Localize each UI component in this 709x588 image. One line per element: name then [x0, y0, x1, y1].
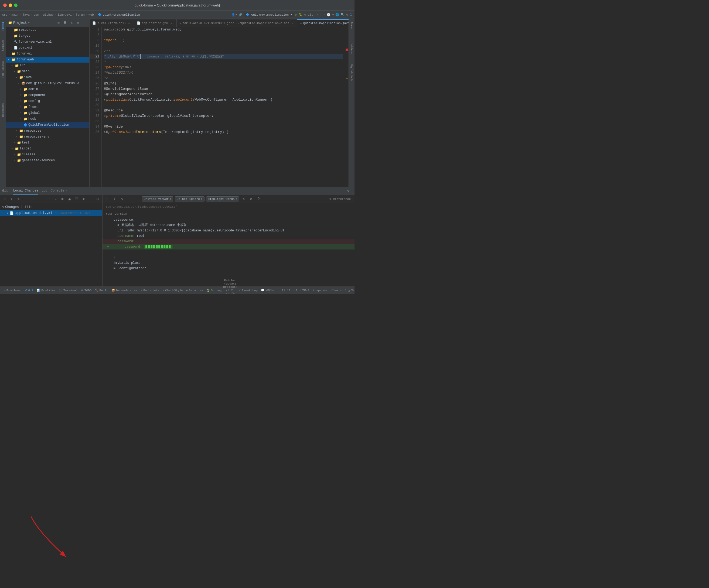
diff-up-icon[interactable]: ↑ [104, 196, 110, 202]
tree-item-forum-web[interactable]: ∨ 📁 forum-web [6, 57, 89, 62]
git-btn5[interactable]: □ [53, 196, 58, 202]
tree-item-resources-env[interactable]: › 📁 resources-env [6, 134, 89, 140]
breadcrumb-com[interactable]: com [33, 13, 39, 17]
code-editor[interactable]: 1 2 3 19 20 21 22 23 24 25 26 27 28 29 3… [89, 27, 348, 187]
diff-edit-icon[interactable]: ✎ [119, 196, 125, 202]
status-problems[interactable]: ⚠ Problems [2, 287, 22, 294]
tree-item-global[interactable]: › 📁 global [6, 110, 89, 116]
tree-item-hook[interactable]: › 📁 hook [6, 116, 89, 122]
git-push-icon[interactable]: ↑ [323, 13, 325, 17]
undo-icon[interactable]: ↩ [332, 13, 334, 17]
status-spaces[interactable]: 4 spaces [311, 287, 329, 294]
status-event-log[interactable]: ✓ Event Log [237, 287, 259, 294]
git-nav-back[interactable]: ← [23, 196, 29, 202]
tree-item-config[interactable]: › 📁 config [6, 98, 89, 104]
git-commit-icon[interactable]: ✎ [16, 196, 22, 202]
run-config-dropdown[interactable]: 🔷 QuickForumApplication ▾ [244, 13, 294, 17]
close-button[interactable] [3, 3, 7, 7]
breadcrumb-search-icon[interactable]: 🔗 [239, 13, 242, 17]
breadcrumb-web[interactable]: web [88, 13, 94, 17]
breadcrumb-user-icon[interactable]: 👤▾ [232, 13, 237, 17]
status-build[interactable]: 🔨 Build [93, 287, 110, 294]
settings-icon[interactable]: ⚙ [346, 13, 348, 17]
tree-item-target2[interactable]: ∨ 📁 target [6, 146, 89, 152]
status-terminal[interactable]: ⬛ Terminal [57, 287, 79, 294]
tab-console[interactable]: Console ✕ [51, 187, 67, 195]
diff-down-icon[interactable]: ↓ [112, 196, 117, 202]
toolbar-run-more[interactable]: ⚙ [304, 13, 306, 17]
project-panel-tab[interactable]: Project [1, 20, 5, 33]
debug-button[interactable]: 🐛 [299, 13, 303, 17]
maven-panel-tab[interactable]: Maven [349, 20, 354, 32]
tab-log[interactable]: Log [42, 187, 48, 195]
tree-item-java[interactable]: ∨ 📁 java [6, 75, 89, 80]
status-profiler[interactable]: 📊 Profiler [35, 287, 57, 294]
tab-close-yml[interactable]: ✕ [170, 21, 174, 25]
tree-collapse-icon[interactable]: ☰ [62, 20, 68, 26]
tree-item-component[interactable]: › 📁 component [6, 92, 89, 98]
bookmarks-panel-tab[interactable]: Bookmarks [1, 101, 5, 119]
bottom-settings-icon[interactable]: ⚙ [347, 189, 349, 193]
diff-help-icon[interactable]: ? [256, 196, 262, 202]
diff-settings-icon[interactable]: ⇅ [241, 196, 246, 202]
status-xchat[interactable]: 💬 XEChat [259, 287, 278, 294]
tree-item-pom-xml[interactable]: › 📄 pom.xml [6, 45, 89, 51]
git-btn10[interactable]: — [88, 196, 94, 202]
breadcrumb-liuyueyi[interactable]: liuyueyi [57, 13, 72, 17]
tree-item-resources2[interactable]: › 📁 resources [6, 128, 89, 134]
unified-viewer-dropdown[interactable]: Unified viewer ▾ [142, 196, 173, 202]
breadcrumb-main[interactable]: main [11, 13, 18, 17]
run-button[interactable]: ▶ [295, 13, 297, 17]
tree-settings-icon[interactable]: ⚙ [75, 20, 81, 26]
git-check-icon[interactable]: ✓ [316, 13, 318, 17]
git-update-icon[interactable]: ↓ [9, 196, 15, 202]
breadcrumb-class[interactable]: QuickForumApplication [103, 13, 140, 17]
tab-class-file[interactable]: ☕ forum-web-0.0.1-SNAPSHOT.jar/.../Quick… [177, 19, 297, 27]
maximize-button[interactable] [14, 3, 18, 7]
diff-gear-icon[interactable]: ⚙ [248, 196, 254, 202]
tree-item-forum-service-iml[interactable]: › 🔧 forum-service.iml [6, 39, 89, 45]
git-undo-btn[interactable]: ↩ [46, 196, 52, 202]
tree-item-admin[interactable]: › 📁 admin [6, 86, 89, 92]
do-not-ignore-dropdown[interactable]: Do not ignore ▾ [175, 196, 204, 202]
status-git[interactable]: ⎇ Git [22, 287, 35, 294]
tab-n-xml[interactable]: 📄 n.xml (form-api) ✕ [89, 19, 134, 27]
history-icon[interactable]: 🕐 [327, 13, 331, 17]
breadcrumb-src[interactable]: src [2, 13, 7, 17]
bottom-minimize-icon[interactable]: — [350, 189, 352, 193]
tree-item-src[interactable]: ∨ 📁 src [6, 62, 89, 69]
big-data-tools-panel-tab[interactable]: Big Data Tools [349, 62, 354, 83]
git-btn11[interactable]: □ [95, 196, 101, 202]
database-panel-tab[interactable]: Database [349, 41, 354, 56]
git-btn8[interactable]: ☰ [74, 196, 80, 202]
tree-expand-icon[interactable]: ⊞ [56, 20, 61, 26]
tree-item-classes[interactable]: › 📁 classes [6, 152, 89, 158]
tree-item-test[interactable]: › 📁 test [6, 140, 89, 146]
git-nav-forward[interactable]: → [30, 196, 35, 202]
git-btn6[interactable]: ⊞ [60, 196, 65, 202]
pull-requests-panel-tab[interactable]: Pull Requests [1, 59, 5, 80]
diff-content[interactable]: 5bd7143683ba37bc77f18dcae08e78473906a62f… [103, 203, 354, 287]
tree-item-forum-ui[interactable]: › 📁 forum-ui [6, 51, 89, 57]
tab-local-changes[interactable]: Local Changes [13, 187, 38, 195]
status-branch[interactable]: ⎇ main [329, 287, 343, 294]
breadcrumb-java[interactable]: java [22, 13, 29, 17]
tree-sort-icon[interactable]: ⇅ [69, 20, 74, 26]
git-section-header-changes[interactable]: ∨ Changes 1 file [0, 204, 102, 210]
status-encoding[interactable]: UTF-8 [299, 287, 311, 294]
git-refresh-icon[interactable]: ↺ [2, 196, 7, 202]
tree-item-quick-forum-application[interactable]: › 🔷 QuickForumApplication [6, 122, 89, 128]
tree-header-dropdown[interactable]: ▾ [28, 21, 30, 25]
tree-close-icon[interactable]: — [82, 20, 87, 26]
structure-panel-tab[interactable]: Structure [1, 38, 5, 53]
tab-application-yml[interactable]: 📄 application.yml ✕ [134, 19, 177, 27]
tree-item-generated-sources[interactable]: › 📁 generated-sources [6, 158, 89, 163]
diff-forward-icon[interactable]: → [134, 196, 140, 202]
status-endpoints[interactable]: ⚡ Endpoints [139, 287, 161, 294]
console-tab-close[interactable]: ✕ [65, 189, 67, 192]
tree-item-resources[interactable]: › 📁 resources [6, 27, 89, 33]
breadcrumb-forum[interactable]: forum [76, 13, 85, 17]
diff-revert-button[interactable]: ↩ [106, 244, 111, 249]
status-services[interactable]: ⚙ Services [185, 287, 205, 294]
git-file-item-application-dal[interactable]: ● 📄 application-dal.yml ~/Documents/GitH… [0, 210, 102, 216]
